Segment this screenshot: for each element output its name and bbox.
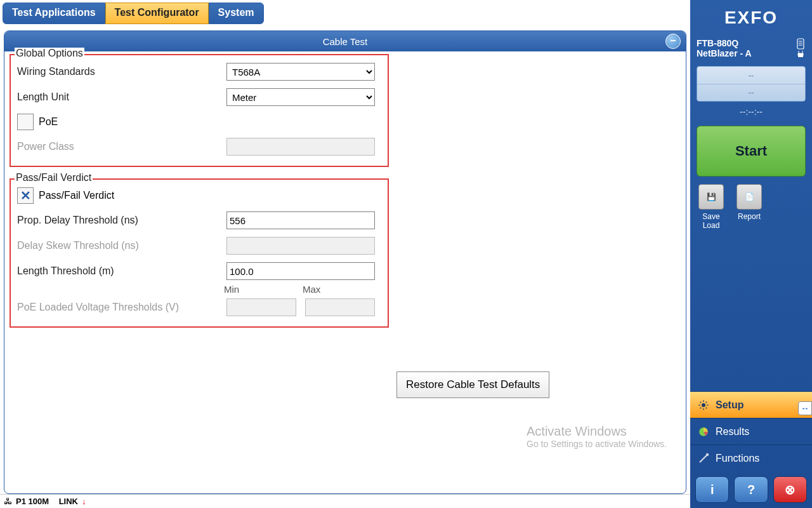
status-link: LINK — [59, 497, 78, 506]
nav-functions[interactable]: Functions — [690, 444, 812, 471]
wiring-standards-label: Wiring Standards — [17, 66, 226, 77]
page-title: Cable Test — [323, 36, 368, 47]
pass-fail-label: Pass/Fail Verdict — [39, 190, 114, 201]
length-unit-label: Length Unit — [17, 91, 226, 103]
tab-test-applications[interactable]: Test Applications — [3, 3, 105, 24]
status-port: P1 100M — [16, 497, 49, 506]
gear-icon — [698, 399, 709, 411]
svg-point-6 — [706, 453, 709, 456]
tab-system[interactable]: System — [209, 3, 264, 24]
wiring-standards-select[interactable]: T568A — [226, 63, 375, 81]
pass-fail-legend: Pass/Fail Verdict — [15, 172, 93, 184]
prop-delay-input[interactable] — [226, 211, 375, 229]
status-bar: 🖧 P1 100M LINK ↓ — [0, 494, 690, 508]
device-model: FTB-880Q — [697, 38, 752, 48]
save-load-icon: 💾 — [698, 184, 724, 210]
svg-rect-0 — [797, 39, 804, 49]
nav-results[interactable]: Results — [690, 418, 812, 444]
info-icon: i — [710, 483, 714, 497]
mini-row-1: -- — [697, 67, 805, 84]
poe-voltage-max-input — [305, 298, 375, 316]
port-icon: 🖧 — [4, 497, 12, 506]
length-unit-select[interactable]: Meter — [226, 88, 375, 106]
tab-test-configurator[interactable]: Test Configurator — [105, 3, 209, 24]
report-icon: 📄 — [737, 184, 762, 210]
restore-defaults-button[interactable]: Restore Cable Test Defaults — [396, 371, 549, 398]
global-options-group: Global Options Wiring Standards T568A Le… — [10, 54, 389, 167]
status-mini-panel: -- -- — [697, 66, 806, 102]
poe-label: PoE — [39, 116, 58, 128]
save-load-button[interactable]: 💾 Save Load — [697, 184, 726, 230]
battery-plug-icon — [796, 38, 806, 57]
link-down-icon: ↓ — [82, 497, 86, 506]
pass-fail-checkbox[interactable]: ✕ — [17, 187, 34, 204]
close-icon: ⊗ — [785, 482, 796, 497]
pie-chart-icon — [698, 426, 709, 438]
help-button[interactable]: ? — [734, 476, 768, 503]
windows-watermark: Activate Windows Go to Settings to activ… — [527, 424, 667, 449]
device-app: NetBlazer - A — [697, 48, 752, 58]
close-button[interactable]: ⊗ — [773, 476, 807, 503]
pass-fail-group: Pass/Fail Verdict ✕ Pass/Fail Verdict Pr… — [10, 178, 389, 328]
delay-skew-label: Delay Skew Threshold (ns) — [17, 240, 226, 251]
sidebar: EXFO FTB-880Q NetBlazer - A -- -- --:--:… — [690, 0, 812, 508]
start-button[interactable]: Start — [697, 126, 806, 177]
svg-point-4 — [702, 403, 705, 407]
tools-icon — [698, 453, 709, 464]
nav-setup[interactable]: Setup — [690, 391, 812, 418]
report-button[interactable]: 📄 Report — [735, 184, 764, 230]
prop-delay-label: Prop. Delay Threshold (ns) — [17, 215, 226, 226]
info-button[interactable]: i — [695, 476, 729, 503]
length-threshold-input[interactable] — [226, 262, 375, 280]
length-threshold-label: Length Threshold (m) — [17, 265, 226, 277]
delay-skew-input — [226, 237, 375, 255]
poe-voltage-label: PoE Loaded Voltage Thresholds (V) — [17, 302, 226, 313]
global-options-legend: Global Options — [15, 48, 84, 59]
check-x-icon: ✕ — [20, 189, 31, 202]
page-title-bar: Cable Test − — [4, 31, 686, 51]
remote-session-badge[interactable]: ↔ — [798, 401, 812, 415]
zoom-out-icon[interactable]: − — [665, 34, 681, 49]
mini-row-2: -- — [697, 84, 805, 102]
poe-checkbox[interactable] — [17, 114, 34, 130]
min-label: Min — [224, 284, 294, 295]
top-tabs: Test Applications Test Configurator Syst… — [0, 0, 690, 24]
power-class-field — [226, 138, 375, 156]
power-class-label: Power Class — [17, 141, 226, 152]
elapsed-time: --:--:-- — [690, 107, 812, 117]
help-icon: ? — [747, 483, 755, 497]
brand-logo: EXFO — [690, 0, 812, 36]
max-label: Max — [303, 284, 372, 295]
poe-voltage-min-input — [226, 298, 296, 316]
